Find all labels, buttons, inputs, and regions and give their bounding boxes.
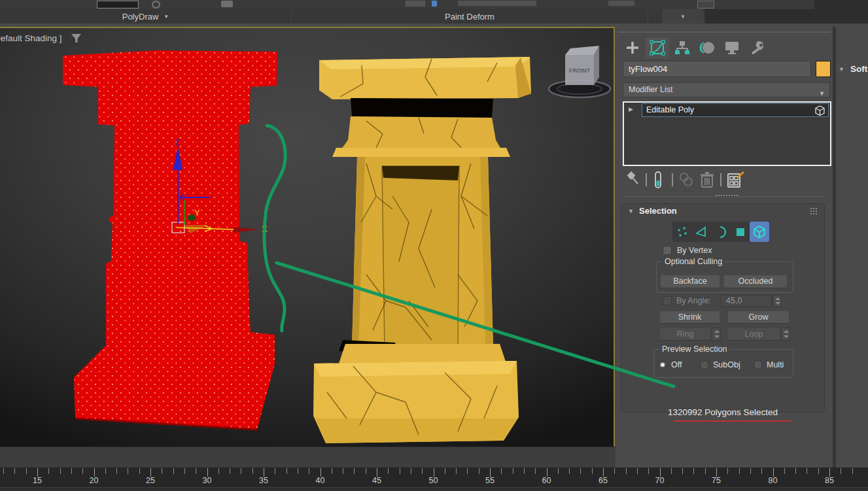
modifier-stack-toolbar: [616, 170, 833, 192]
expand-arrow-icon[interactable]: ▶: [629, 106, 633, 112]
by-vertex-checkbox[interactable]: [663, 246, 672, 255]
soft-selection-rollout-header[interactable]: ▼ Soft: [839, 64, 867, 74]
hierarchy-icon: [674, 41, 690, 55]
timeline-tick: [60, 468, 61, 474]
rollout-divider[interactable]: [625, 196, 823, 197]
timeline-frame-label: 75: [703, 476, 729, 485]
timeline-frame-label: 80: [760, 476, 786, 485]
element-mode-button[interactable]: [750, 222, 769, 242]
tab-modify[interactable]: [646, 37, 669, 58]
track-bar[interactable]: [0, 447, 616, 467]
timeline-tick: [82, 468, 83, 474]
loop-button[interactable]: Loop: [727, 328, 780, 341]
tab-utilities[interactable]: [745, 37, 769, 58]
grow-button[interactable]: Grow: [727, 311, 790, 324]
timeline-tick: [739, 468, 740, 474]
timeline-ruler[interactable]: 152025303540455055606570758085: [0, 467, 868, 487]
rollout-title: Selection: [639, 206, 677, 216]
by-angle-checkbox[interactable]: [663, 296, 672, 305]
modifier-stack-item-editable-poly[interactable]: Editable Poly: [642, 103, 829, 117]
toolbar-icon-fragment: [697, 1, 714, 8]
occluded-button[interactable]: Occluded: [723, 275, 788, 288]
timeline-tick: [105, 468, 106, 474]
ring-button[interactable]: Ring: [659, 328, 711, 341]
by-angle-spinner[interactable]: [773, 295, 782, 307]
toolbar-icon-fragment: [608, 1, 634, 6]
show-end-result-button[interactable]: [653, 171, 663, 191]
timeline-tick: [761, 468, 762, 474]
ring-spinner[interactable]: [712, 328, 721, 341]
viewport[interactable]: Default Shading ]: [0, 27, 615, 448]
timeline-tick: [173, 468, 174, 474]
loop-spinner[interactable]: [781, 328, 790, 341]
timeline-tick: [230, 468, 230, 474]
preview-off-radio[interactable]: [658, 360, 667, 369]
edge-icon: [695, 226, 708, 239]
make-unique-button[interactable]: [678, 171, 695, 191]
timeline-frame-label: 35: [251, 476, 277, 485]
polygons-selected-status: 1320992 Polygons Selected: [621, 407, 824, 417]
vertex-mode-button[interactable]: [672, 222, 692, 242]
vertex-icon: [676, 226, 689, 239]
test-tube-icon: [653, 171, 663, 188]
modifier-name: Editable Poly: [646, 105, 694, 114]
object-name-field[interactable]: tyFlow004: [623, 61, 811, 77]
timeline-tick: [807, 468, 807, 474]
red-selected-pillar[interactable]: [63, 50, 277, 430]
timeline-tick: [422, 468, 423, 474]
pin-stack-button[interactable]: [626, 171, 640, 190]
cube-icon: [814, 105, 825, 116]
timeline-bottom-edge: [0, 487, 868, 491]
timeline-tick: [513, 468, 513, 474]
object-color-swatch[interactable]: [816, 61, 831, 77]
border-icon: [714, 226, 727, 239]
remove-modifier-button[interactable]: [699, 171, 715, 191]
plus-icon: [625, 41, 640, 55]
preview-multi-radio[interactable]: [754, 360, 763, 369]
edge-mode-button[interactable]: [692, 222, 712, 242]
timeline-frame-label: 15: [24, 476, 50, 485]
main-toolbar-fragment: [0, 0, 868, 9]
ribbon-tab-bar: PolyDraw ▼ Paint Deform ▼: [0, 9, 868, 24]
timeline-frame-label: 65: [590, 476, 616, 485]
tab-create[interactable]: [621, 37, 644, 58]
preview-selection-title: Preview Selection: [659, 345, 729, 354]
filter-funnel-icon[interactable]: [71, 34, 82, 43]
gizmo-y-label: Y: [194, 208, 200, 218]
backface-button[interactable]: Backface: [660, 275, 720, 288]
by-vertex-label: By Vertex: [677, 246, 712, 255]
border-mode-button[interactable]: [711, 222, 731, 242]
tab-hierarchy[interactable]: [670, 37, 694, 58]
viewcube[interactable]: FRONT: [549, 46, 610, 97]
panel-drag-grip[interactable]: [618, 31, 830, 33]
ribbon-minimize-button[interactable]: ▼: [662, 9, 704, 24]
modifier-stack[interactable]: ▶ Editable Poly: [623, 101, 831, 166]
timeline-tick: [580, 468, 581, 474]
ribbon-tab-polydraw[interactable]: PolyDraw ▼: [0, 9, 291, 24]
modifier-list-dropdown[interactable]: Modifier List ▼: [623, 82, 830, 97]
timeline-tick: [535, 468, 536, 474]
by-angle-value-field[interactable]: 45,0: [721, 295, 772, 307]
toolbar-separator: [720, 173, 721, 186]
timeline-tick: [456, 468, 457, 474]
chevron-down-icon: ▼: [680, 14, 686, 20]
preview-selection-group: Preview Selection Off SubObj Multi: [653, 349, 793, 378]
preview-subobj-radio[interactable]: [700, 360, 709, 369]
tab-display[interactable]: [720, 37, 744, 58]
tab-motion[interactable]: [695, 37, 719, 58]
timeline-tick: [128, 468, 128, 474]
timeline-tick: [309, 468, 309, 474]
polygon-mode-button[interactable]: [731, 222, 750, 242]
selection-rollout-header[interactable]: ▼ Selection: [621, 204, 824, 218]
timeline-tick: [139, 468, 140, 474]
configure-sets-icon: [727, 171, 745, 188]
timeline-tick: [795, 468, 796, 474]
viewport-shading-label[interactable]: Default Shading ]: [0, 33, 82, 43]
timeline-tick: [852, 468, 853, 474]
yellow-pillar[interactable]: [313, 57, 531, 443]
optional-culling-title: Optional Culling: [662, 257, 725, 266]
shrink-button[interactable]: Shrink: [659, 311, 720, 324]
configure-modifier-sets-button[interactable]: [727, 171, 745, 191]
timeline-tick: [48, 468, 49, 474]
ribbon-tab-paint-deform[interactable]: Paint Deform: [292, 9, 648, 24]
